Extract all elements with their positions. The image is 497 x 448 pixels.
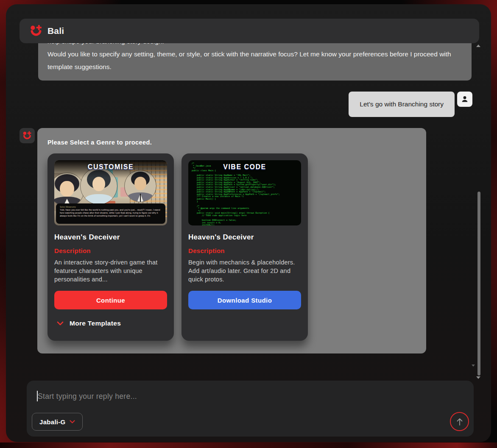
vibe-code-description-text: Begin with mechanics & placeholders. Add… [188, 258, 301, 284]
bali-smiley-icon [22, 131, 32, 140]
scroll-down-arrow[interactable] [476, 376, 480, 379]
customise-description-text: An interactive story-driven game that fe… [54, 258, 167, 284]
reply-input[interactable] [38, 390, 436, 403]
vn-speaker-name: Seles Metamorto [60, 206, 162, 209]
arrow-up-icon [455, 417, 464, 426]
assistant-message-text: Would you like to specify any setting, t… [47, 50, 451, 70]
send-button[interactable] [450, 412, 469, 431]
person-icon [461, 95, 469, 103]
customise-preview-title: CUSTOMISE [54, 163, 167, 171]
chevron-down-icon [70, 420, 75, 423]
code-snippet: /* * JavaBar.java */public class Main { … [192, 162, 301, 225]
assistant-avatar [20, 128, 35, 143]
model-selector[interactable]: Jabali-G [32, 413, 83, 431]
assistant-message-bubble: help shape your branching story design. … [38, 43, 472, 81]
vibe-code-card-title: Heaven's Deceiver [188, 233, 301, 242]
vibe-code-preview-image: VIBE CODE /* * JavaBar.java */public cla… [188, 160, 301, 225]
vn-dialogue-text: Yuki, have you ever felt like the world … [60, 209, 162, 217]
app-window: Bali help shape your branching story des… [6, 4, 491, 442]
more-templates-label: More Templates [70, 320, 121, 327]
download-studio-button[interactable]: Download Studio [188, 291, 301, 309]
chat-scroll-area[interactable]: help shape your branching story design. … [19, 43, 479, 379]
vibe-code-preview-title: VIBE CODE [188, 163, 301, 171]
genre-card-vibe-code[interactable]: VIBE CODE /* * JavaBar.java */public cla… [181, 153, 308, 341]
scrollbar-thumb[interactable] [477, 192, 480, 376]
page-background: Bali help shape your branching story des… [0, 0, 497, 448]
vibe-code-description-label: Description [188, 247, 301, 254]
customise-card-title: Heaven's Deceiver [54, 233, 167, 242]
user-message-row: Let's go with Branching story [19, 92, 479, 117]
genre-prompt-text: Please Select a Genre to proceed. [47, 139, 416, 146]
customise-description-label: Description [54, 247, 167, 254]
scroll-up-arrow[interactable] [476, 45, 480, 47]
more-templates-toggle[interactable]: More Templates [54, 320, 167, 327]
bali-logo-icon [30, 25, 42, 37]
chevron-down-icon [57, 321, 64, 326]
genre-panel-bubble: Please Select a Genre to proceed. CUSTOM… [37, 128, 426, 353]
model-selector-label: Jabali-G [39, 418, 66, 426]
customise-preview-image: CUSTOMISE [54, 160, 167, 225]
bottom-glow-band [0, 442, 497, 448]
continue-button[interactable]: Continue [54, 291, 167, 309]
user-message-bubble: Let's go with Branching story [349, 92, 455, 117]
user-avatar [457, 92, 472, 107]
genre-cards-row: CUSTOMISE [47, 153, 416, 341]
assistant-genre-row: Please Select a Genre to proceed. CUSTOM… [19, 128, 479, 353]
app-header: Bali [20, 19, 479, 43]
vn-dialogue-box: Seles Metamorto Yuki, have you ever felt… [56, 203, 165, 224]
genre-card-customise[interactable]: CUSTOMISE [47, 153, 174, 341]
composer-panel: Jabali-G [27, 381, 474, 437]
scroll-to-bottom-arrow[interactable] [472, 365, 475, 367]
assistant-message-clipped-line: help shape your branching story design. [47, 43, 462, 48]
app-title: Bali [47, 26, 64, 36]
